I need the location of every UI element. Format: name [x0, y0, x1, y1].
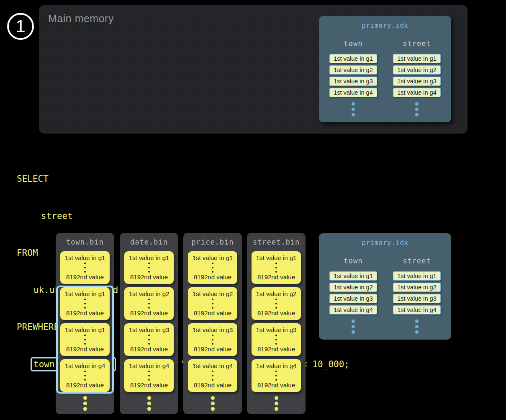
primary-idx-box-memory: primary.idx town 1st value in g1 1st val…	[319, 16, 451, 122]
bin-file-street: street.bin 1st value in g1 8192nd value …	[247, 233, 306, 414]
index-entry-chip: 1st value in g1	[329, 54, 377, 63]
ellipsis-dots-icon	[148, 335, 150, 345]
index-column-town: town 1st value in g1 1st value in g2 1st…	[329, 257, 378, 334]
ellipsis-dots-icon	[275, 299, 277, 309]
ellipsis-dots-icon	[212, 299, 213, 309]
step-number: 1	[15, 18, 25, 35]
index-column-header-town: town	[344, 257, 363, 265]
bin-title: price.bin	[183, 233, 242, 246]
index-column-header-street: street	[403, 257, 431, 265]
granule-blocks: 1st value in g1 8192nd value 1st value i…	[247, 251, 306, 395]
granule-block: 1st value in g1 8192nd value	[252, 251, 301, 284]
ellipsis-dots-icon	[183, 396, 242, 411]
ellipsis-dots-icon	[275, 335, 277, 345]
granule-block: 1st value in g1 8192nd value	[188, 251, 237, 284]
granule-block: 1st value in g1 8192nd value	[124, 251, 174, 284]
granule-block: 1st value in g4 8192nd value	[252, 359, 301, 392]
granule-first-value: 1st value in g3	[193, 326, 233, 333]
index-entry-chip: 1st value in g4	[393, 305, 441, 314]
index-column-header-street: street	[403, 39, 431, 48]
granule-block: 1st value in g2 8192nd value	[124, 287, 174, 320]
primary-idx-box-disk: primary.idx town 1st value in g1 1st val…	[319, 233, 451, 340]
granule-first-value: 1st value in g2	[193, 290, 233, 297]
granule-first-value: 1st value in g1	[193, 254, 233, 261]
ellipsis-dots-icon	[415, 320, 419, 334]
primary-idx-title: primary.idx	[319, 16, 451, 29]
ellipsis-dots-icon	[84, 263, 86, 273]
index-entry-chip: 1st value in g3	[329, 77, 377, 86]
granule-first-value: 1st value in g1	[129, 254, 170, 261]
index-entry-chip: 1st value in g3	[329, 294, 377, 303]
ellipsis-dots-icon	[212, 371, 213, 381]
granule-last-value: 8192nd value	[194, 345, 231, 353]
index-entry-chip: 1st value in g1	[329, 271, 377, 281]
granule-last-value: 8192nd value	[257, 273, 295, 281]
granule-block: 1st value in g2 8192nd value	[252, 287, 301, 320]
ellipsis-dots-icon	[212, 335, 213, 345]
bin-file-date: date.bin 1st value in g1 8192nd value 1s…	[120, 233, 178, 414]
ellipsis-dots-icon	[415, 102, 419, 116]
ellipsis-dots-icon	[275, 371, 277, 381]
ellipsis-dots-icon	[148, 263, 150, 273]
ellipsis-dots-icon	[275, 263, 277, 273]
granule-blocks: 1st value in g1 8192nd value 1st value i…	[120, 251, 178, 395]
granule-last-value: 8192nd value	[257, 381, 295, 389]
granule-last-value: 8192nd value	[257, 345, 295, 353]
index-entry-chip: 1st value in g4	[329, 88, 377, 97]
selected-granules-highlight	[56, 286, 114, 394]
granule-last-value: 8192nd value	[130, 345, 168, 353]
granule-block: 1st value in g4 8192nd value	[124, 359, 174, 392]
index-column-town: town 1st value in g1 1st value in g2 1st…	[329, 39, 378, 116]
primary-idx-columns: town 1st value in g1 1st value in g2 1st…	[319, 257, 451, 334]
granule-last-value: 8192nd value	[194, 273, 231, 281]
ellipsis-dots-icon	[352, 320, 355, 334]
ellipsis-dots-icon	[148, 371, 150, 381]
granule-block: 1st value in g1 8192nd value	[60, 251, 110, 284]
main-memory-label: Main memory	[48, 13, 114, 25]
primary-idx-columns: town 1st value in g1 1st value in g2 1st…	[319, 39, 451, 116]
granule-first-value: 1st value in g4	[193, 362, 233, 369]
index-entry-chip: 1st value in g1	[393, 54, 441, 63]
granule-first-value: 1st value in g1	[65, 254, 105, 261]
bin-title: town.bin	[56, 233, 114, 246]
ellipsis-dots-icon	[56, 396, 114, 411]
index-entry-chip: 1st value in g2	[329, 283, 377, 292]
granule-block: 1st value in g4 8192nd value	[188, 359, 237, 392]
granule-block: 1st value in g3 8192nd value	[188, 323, 237, 356]
granule-first-value: 1st value in g4	[129, 362, 170, 369]
index-column-street: street 1st value in g1 1st value in g2 1…	[392, 257, 442, 334]
bin-file-town: town.bin 1st value in g1 8192nd value 1s…	[56, 233, 114, 414]
index-column-header-town: town	[344, 39, 363, 48]
ellipsis-dots-icon	[148, 299, 150, 309]
granule-last-value: 8192nd value	[130, 273, 168, 281]
index-entry-chip: 1st value in g1	[393, 271, 441, 281]
sql-select-keyword: SELECT	[17, 173, 349, 186]
granule-first-value: 1st value in g2	[129, 290, 170, 297]
index-entry-chip: 1st value in g2	[329, 65, 377, 75]
granule-first-value: 1st value in g3	[256, 326, 297, 333]
ellipsis-dots-icon	[120, 396, 178, 411]
primary-idx-title: primary.idx	[319, 233, 451, 247]
index-entry-chip: 1st value in g3	[393, 77, 441, 86]
granule-last-value: 8192nd value	[66, 273, 104, 281]
index-entry-chip: 1st value in g3	[393, 294, 441, 303]
granule-last-value: 8192nd value	[194, 309, 231, 317]
granule-last-value: 8192nd value	[194, 381, 231, 389]
bin-file-price: price.bin 1st value in g1 8192nd value 1…	[183, 233, 242, 414]
granule-blocks: 1st value in g1 8192nd value 1st value i…	[183, 251, 242, 395]
granule-block: 1st value in g3 8192nd value	[124, 323, 174, 356]
step-number-badge: 1	[7, 13, 34, 40]
granule-last-value: 8192nd value	[257, 309, 295, 317]
granule-first-value: 1st value in g1	[256, 254, 297, 261]
sql-select-field: street	[17, 210, 349, 223]
bin-title: street.bin	[247, 233, 306, 246]
granule-first-value: 1st value in g4	[256, 362, 297, 369]
granule-last-value: 8192nd value	[130, 381, 168, 389]
index-column-street: street 1st value in g1 1st value in g2 1…	[392, 39, 442, 116]
index-entry-chip: 1st value in g2	[393, 283, 441, 292]
ellipsis-dots-icon	[212, 263, 213, 273]
granule-block: 1st value in g3 8192nd value	[252, 323, 301, 356]
index-entry-chip: 1st value in g4	[329, 305, 377, 314]
granule-first-value: 1st value in g2	[256, 290, 297, 297]
granule-block: 1st value in g2 8192nd value	[188, 287, 237, 320]
